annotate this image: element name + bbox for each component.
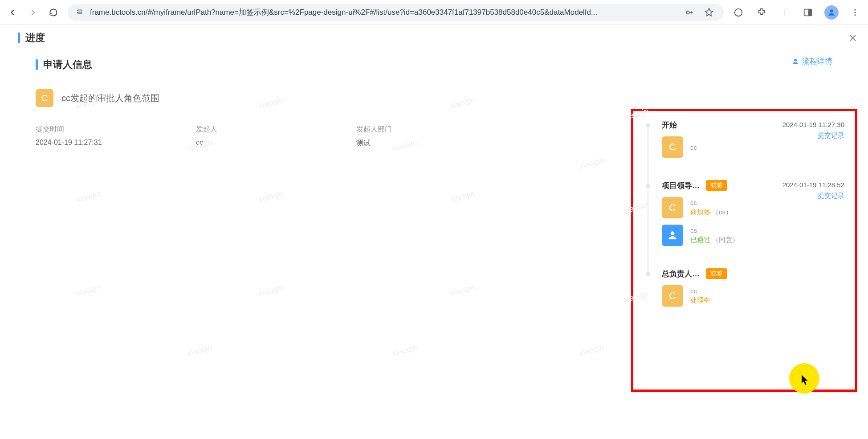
svg-point-6 bbox=[830, 9, 833, 12]
bookmark-icon[interactable] bbox=[702, 6, 716, 19]
timeline-tag: 或签 bbox=[706, 180, 727, 191]
actor-name: cc bbox=[690, 144, 697, 151]
timeline-dot bbox=[646, 272, 650, 276]
section-accent bbox=[36, 59, 38, 70]
info-label: 发起人部门 bbox=[356, 125, 445, 134]
timeline-dot bbox=[646, 123, 650, 128]
timeline-title: 开始 bbox=[662, 120, 677, 130]
actor-name: cc bbox=[690, 287, 710, 295]
url-bar[interactable]: frame.bctools.cn/#/myiframe/urlPath?name… bbox=[68, 4, 724, 21]
url-text: frame.bctools.cn/#/myiframe/urlPath?name… bbox=[90, 7, 676, 17]
timeline-head: 项目领导… 或签 2024-01-19 11:28:52 提交记录 bbox=[662, 180, 844, 191]
watermark: xiaoqin bbox=[391, 343, 418, 358]
back-button[interactable] bbox=[6, 6, 19, 19]
timeline-panel: 开始 2024-01-19 11:27:30 提交记录 C cc 项目领导… 或… bbox=[631, 109, 857, 392]
timeline-actor: cs 已通过（同意） bbox=[662, 225, 844, 246]
info-initiator-dept: 发起人部门 测试 bbox=[356, 125, 445, 148]
timeline-item: 开始 2024-01-19 11:27:30 提交记录 C cc bbox=[644, 120, 844, 180]
watermark: xiaoqin bbox=[186, 343, 213, 358]
applicant-name: cc发起的审批人角色范围 bbox=[61, 92, 159, 104]
timeline-head: 总负责人… 或签 bbox=[662, 268, 844, 279]
timeline-head: 开始 2024-01-19 11:27:30 提交记录 bbox=[662, 120, 844, 130]
info-value: 测试 bbox=[356, 139, 445, 148]
timeline-item: 总负责人… 或签 C cc 处理中 bbox=[644, 268, 844, 329]
watermark: xiaoqin bbox=[578, 156, 605, 171]
timeline: 开始 2024-01-19 11:27:30 提交记录 C cc 项目领导… 或… bbox=[644, 120, 844, 329]
watermark: xiaoqin bbox=[257, 283, 285, 298]
header-accent bbox=[18, 33, 20, 43]
applicant-avatar: C bbox=[36, 89, 53, 107]
applicant-row: C cc发起的审批人角色范围 bbox=[36, 89, 850, 107]
actor-note: （同意） bbox=[712, 236, 739, 243]
sidepanel-icon[interactable] bbox=[801, 6, 815, 19]
page-title: 进度 bbox=[25, 31, 45, 45]
timeline-time: 2024-01-19 11:28:52 bbox=[782, 181, 844, 189]
password-icon[interactable] bbox=[683, 6, 696, 19]
actor-status: 已通过 bbox=[690, 236, 710, 243]
timeline-link[interactable]: 提交记录 bbox=[818, 131, 844, 140]
site-info-icon[interactable] bbox=[76, 8, 84, 17]
timeline-link[interactable]: 提交记录 bbox=[818, 192, 844, 200]
timeline-tag: 或签 bbox=[706, 268, 727, 279]
page-header: 进度 bbox=[18, 31, 850, 45]
svg-rect-1 bbox=[77, 12, 82, 13]
actor-avatar: C bbox=[662, 197, 683, 218]
circle-icon[interactable] bbox=[732, 6, 745, 19]
actor-avatar: C bbox=[662, 285, 683, 307]
info-label: 发起人 bbox=[196, 125, 285, 134]
watermark: xiaoqin bbox=[257, 189, 285, 205]
close-icon[interactable]: ✕ bbox=[848, 32, 857, 45]
watermark: xiaoqin bbox=[75, 189, 102, 205]
timeline-actor: C cc 处理中 bbox=[662, 285, 844, 307]
svg-point-3 bbox=[735, 8, 742, 16]
svg-rect-0 bbox=[77, 10, 82, 11]
browser-right-icons: | bbox=[732, 5, 862, 20]
actor-note: （cs） bbox=[712, 208, 732, 216]
info-value: 2024-01-19 11:27:31 bbox=[36, 139, 125, 147]
section-title: 申请人信息 bbox=[43, 58, 92, 71]
svg-point-2 bbox=[686, 11, 689, 14]
actor-name: cc bbox=[690, 199, 732, 206]
timeline-title: 总负责人… bbox=[662, 269, 700, 279]
info-label: 提交时间 bbox=[36, 125, 125, 134]
timeline-actor: C cc bbox=[662, 136, 844, 158]
menu-icon[interactable] bbox=[848, 6, 862, 19]
reload-button[interactable] bbox=[47, 6, 60, 19]
forward-button[interactable] bbox=[27, 6, 39, 19]
flow-details-link[interactable]: 流程详情 bbox=[791, 56, 832, 66]
watermark: xiaoqin bbox=[578, 343, 605, 358]
timeline-dot bbox=[646, 184, 650, 188]
actor-status: 前加签 bbox=[690, 208, 710, 216]
actor-name: cs bbox=[690, 226, 739, 234]
svg-point-10 bbox=[794, 59, 797, 62]
actor-avatar: C bbox=[662, 136, 683, 158]
timeline-line bbox=[648, 188, 648, 272]
info-submit-time: 提交时间 2024-01-19 11:27:31 bbox=[36, 125, 125, 148]
info-initiator: 发起人 cc bbox=[196, 125, 285, 148]
section-header: 申请人信息 bbox=[36, 58, 850, 71]
timeline-title: 项目领导… bbox=[662, 181, 700, 191]
watermark: xiaoqin bbox=[449, 189, 476, 205]
timeline-time: 2024-01-19 11:27:30 bbox=[782, 121, 844, 128]
svg-point-7 bbox=[854, 9, 856, 10]
svg-point-9 bbox=[854, 14, 856, 16]
extensions-icon[interactable] bbox=[755, 6, 768, 19]
flow-details-label: 流程详情 bbox=[802, 56, 832, 66]
timeline-actor: C cc 前加签（cs） bbox=[662, 197, 844, 218]
timeline-line bbox=[648, 128, 648, 184]
actor-status: 处理中 bbox=[690, 296, 710, 304]
svg-point-11 bbox=[671, 231, 675, 235]
profile-avatar[interactable] bbox=[824, 5, 839, 20]
info-value: cc bbox=[196, 139, 285, 147]
actor-avatar bbox=[662, 225, 683, 246]
svg-rect-5 bbox=[808, 9, 811, 16]
cursor-highlight bbox=[789, 363, 819, 394]
svg-point-8 bbox=[854, 12, 856, 13]
watermark: xiaoqin bbox=[75, 283, 102, 298]
separator: | bbox=[778, 6, 791, 19]
timeline-item: 项目领导… 或签 2024-01-19 11:28:52 提交记录 C cc 前… bbox=[644, 180, 844, 268]
watermark: xiaoqin bbox=[449, 283, 476, 298]
browser-bar: frame.bctools.cn/#/myiframe/urlPath?name… bbox=[0, 0, 868, 25]
